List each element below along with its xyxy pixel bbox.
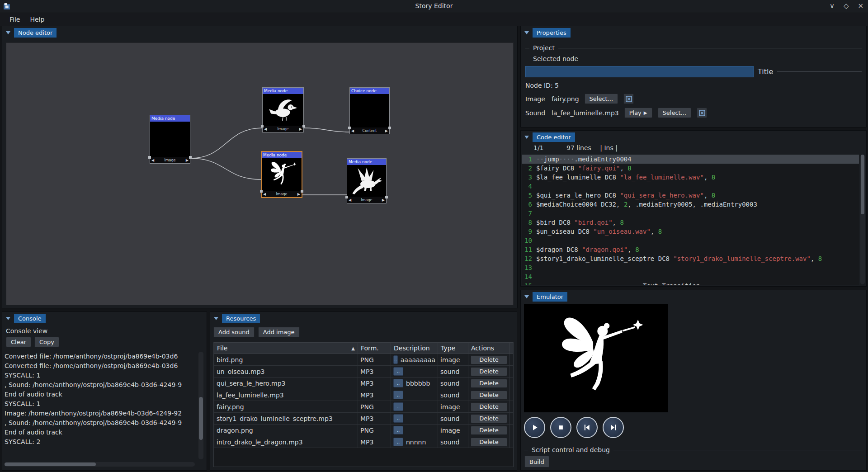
graph-node[interactable]: Media node◀Image▶ [347,158,387,203]
code-line[interactable]: 3$la_fee_luminelle DC8 "la_fee_luminelle… [522,173,859,182]
next-icon[interactable]: ▶ [186,158,189,162]
collapse-icon[interactable] [214,317,218,320]
skip-forward-button[interactable] [603,417,624,438]
copy-button[interactable]: Copy [34,337,59,347]
graph-node[interactable]: Media node◀Image▶ [262,87,304,132]
table-row[interactable]: intro_drako_le_dragon.mp3MP3..nnnnnsound… [214,436,514,448]
column-header-type[interactable]: Type [438,343,468,354]
code-line[interactable]: 7 [522,209,859,218]
code-line[interactable]: 13 [522,263,859,272]
edit-description-button[interactable]: .. [393,355,398,364]
maximize-icon[interactable]: ◇ [844,2,849,10]
output-pin[interactable] [301,190,303,193]
input-pin[interactable] [348,127,351,129]
menu-file[interactable]: File [5,14,25,24]
table-row[interactable]: story1_drako_luminelle_sceptre.mp3MP3..s… [214,413,514,425]
collapse-icon[interactable] [6,317,10,320]
code-line[interactable]: 9$un_oiseau DC8 "un_oiseau.wav", 8 [522,227,859,236]
table-row[interactable]: fairy.pngPNG..imageDelete [214,401,514,413]
code-line[interactable]: 2$fairy DC8 "fairy.qoi", 8 [522,164,859,173]
code-line[interactable]: 6$mediaChoice0004 DC32, 2, .mediaEntry00… [522,200,859,209]
output-pin[interactable] [385,196,388,198]
title-input[interactable] [525,66,754,77]
prev-icon[interactable]: ◀ [349,198,351,202]
edit-description-button[interactable]: .. [393,367,403,376]
next-icon[interactable]: ▶ [382,198,385,202]
close-icon[interactable]: × [858,2,863,10]
code-line[interactable]: 1··jump····.mediaEntry0004 [522,155,859,164]
edit-description-button[interactable]: .. [393,438,403,446]
skip-back-button[interactable] [576,417,598,438]
column-header-description[interactable]: Description [391,343,438,354]
prev-icon[interactable]: ◀ [264,127,267,131]
collapse-icon[interactable] [524,31,529,34]
code-line[interactable]: 5$qui_sera_le_hero DC8 "qui_sera_le_hero… [522,191,859,200]
delete-button[interactable]: Delete [471,426,507,435]
play-button[interactable] [524,417,545,438]
add-sound-button[interactable]: Add sound [213,327,255,337]
delete-button[interactable]: Delete [471,355,507,364]
input-pin[interactable] [261,125,264,127]
graph-node[interactable]: Media node◀Image▶ [261,151,302,198]
delete-button[interactable]: Delete [471,402,507,411]
clear-button[interactable]: Clear [6,337,31,347]
collapse-icon[interactable] [524,295,529,298]
image-clear-button[interactable] [623,94,634,104]
graph-node[interactable]: Choice node◀Content▶ [349,87,390,134]
delete-button[interactable]: Delete [471,414,507,423]
graph-node[interactable]: Media node◀Image▶ [150,115,190,164]
scrollbar-thumb[interactable] [199,397,203,440]
image-select-button[interactable]: Select... [585,94,618,104]
console-hscrollbar[interactable] [5,462,195,467]
table-row[interactable]: qui_sera_le_hero.mp3MP3..bbbbbbsoundDele… [214,378,514,389]
prev-icon[interactable]: ◀ [351,129,354,133]
prev-icon[interactable]: ◀ [263,192,266,196]
column-header-format[interactable]: Form. [358,343,391,354]
code-line[interactable]: 4 [522,182,859,191]
edit-description-button[interactable]: .. [393,426,403,434]
output-pin[interactable] [302,125,305,127]
minimize-icon[interactable]: ∨ [830,2,835,10]
code-line[interactable]: 12$story1_drako_luminelle_sceptre DC8 "s… [522,254,859,263]
output-pin[interactable] [388,127,391,129]
code-line[interactable]: 8$bird DC8 "bird.qoi", 8 [522,218,859,227]
build-button[interactable]: Build [524,456,549,467]
column-header-file[interactable]: File ▲ [214,343,358,354]
edit-description-button[interactable]: .. [393,414,403,423]
prev-icon[interactable]: ◀ [151,158,154,162]
menu-help[interactable]: Help [25,14,49,24]
collapse-icon[interactable] [524,136,529,139]
input-pin[interactable] [260,190,263,193]
table-row[interactable]: bird.pngPNG..aaaaaaaaaimageDelete [214,354,514,366]
input-pin[interactable] [345,196,348,198]
edit-description-button[interactable]: .. [393,402,403,411]
code-vscrollbar[interactable] [860,155,865,284]
scrollbar-thumb[interactable] [5,463,96,466]
delete-button[interactable]: Delete [471,379,507,388]
code-lines[interactable]: 1··jump····.mediaEntry00042$fairy DC8 "f… [522,155,859,285]
edit-description-button[interactable]: .. [393,391,403,399]
node-canvas[interactable]: Media node◀Image▶Media node◀Image▶Choice… [6,42,514,305]
code-line[interactable]: 14 [522,272,859,281]
column-header-actions[interactable]: Actions [468,343,510,354]
code-line[interactable]: 10 [522,236,859,245]
scrollbar-thumb[interactable] [861,155,864,214]
table-row[interactable]: un_oiseau.mp3MP3..soundDelete [214,366,514,378]
add-image-button[interactable]: Add image [258,327,300,337]
code-line[interactable]: 15····························Text Trans… [522,281,859,285]
next-icon[interactable]: ▶ [297,192,300,196]
collapse-icon[interactable] [6,31,10,34]
next-icon[interactable]: ▶ [385,129,388,133]
delete-button[interactable]: Delete [471,391,507,400]
input-pin[interactable] [148,156,151,159]
sound-play-button[interactable]: Play ▶ [624,108,652,118]
table-row[interactable]: la_fee_luminelle.mp3MP3..soundDelete [214,389,514,401]
delete-button[interactable]: Delete [471,438,507,447]
sound-clear-button[interactable] [697,108,707,118]
next-icon[interactable]: ▶ [299,127,302,131]
table-row[interactable]: dragon.pngPNG..imageDelete [214,425,514,436]
console-vscrollbar[interactable] [198,352,203,459]
output-pin[interactable] [189,156,192,159]
delete-button[interactable]: Delete [471,367,507,376]
sound-select-button[interactable]: Select... [658,108,692,118]
